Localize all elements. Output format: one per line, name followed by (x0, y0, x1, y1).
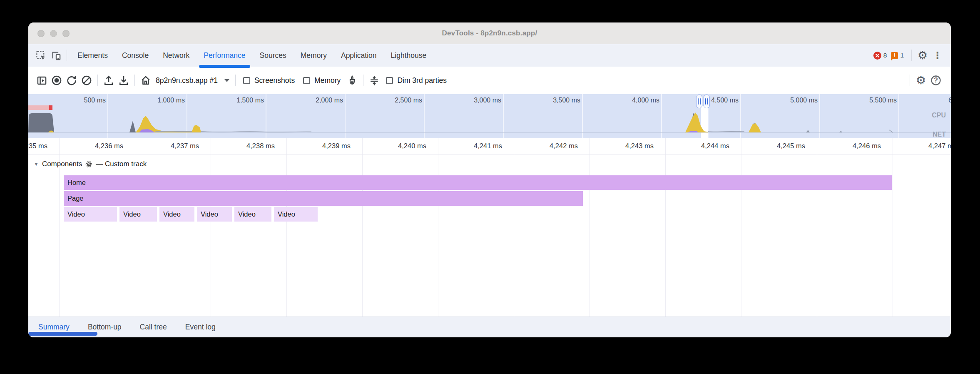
more-options-button[interactable]: ⋮ (930, 48, 945, 63)
flamechart-area[interactable]: ▼ Components — Custom track HomePageVide… (28, 155, 951, 317)
tab-console[interactable]: Console (115, 44, 156, 67)
track-header[interactable]: ▼ Components — Custom track (34, 160, 147, 168)
overview-strip[interactable]: 500 ms1,000 ms1,500 ms2,000 ms2,500 ms3,… (28, 94, 951, 138)
panel-tabs: ElementsConsoleNetworkPerformanceSources… (70, 44, 433, 67)
kebab-menu-icon: ⋮ (933, 51, 943, 60)
bottom-tab-call-tree[interactable]: Call tree (131, 323, 176, 332)
ruler-tick-label: 4,246 ms (833, 142, 900, 150)
gridline (286, 138, 287, 155)
gridline (589, 138, 590, 155)
dim-third-parties-toggle[interactable]: Dim 3rd parties (386, 76, 447, 85)
load-profile-button[interactable] (101, 73, 116, 88)
inspect-element-button[interactable] (33, 48, 48, 63)
ruler-tick-label: 4,240 ms (379, 142, 445, 150)
zoom-window-button[interactable] (62, 30, 70, 37)
flame-bar-video[interactable]: Video (234, 207, 271, 222)
gear-icon: ⚙ (916, 75, 926, 86)
main-tabbar: ElementsConsoleNetworkPerformanceSources… (28, 44, 951, 67)
tab-network[interactable]: Network (156, 44, 196, 67)
home-button[interactable] (138, 73, 153, 88)
ruler-tick-label: 4,239 ms (303, 142, 370, 150)
tab-performance[interactable]: Performance (196, 44, 252, 67)
screenshots-label: Screenshots (254, 76, 295, 85)
chevron-down-icon[interactable] (224, 79, 229, 82)
panel-left-icon (36, 75, 47, 86)
ruler-tick-label: 4,244 ms (682, 142, 749, 150)
gridline (817, 138, 817, 155)
ruler-tick-label: 4,236 ms (76, 142, 142, 150)
clear-recording-button[interactable] (79, 73, 94, 88)
gridline (438, 138, 438, 155)
record-button[interactable] (49, 73, 64, 88)
save-profile-button[interactable] (116, 73, 131, 88)
flame-bar-video[interactable]: Video (159, 207, 194, 222)
close-window-button[interactable] (37, 30, 45, 37)
tab-memory[interactable]: Memory (294, 44, 334, 67)
tab-sources[interactable]: Sources (253, 44, 294, 67)
dim-third-parties-checkbox[interactable] (386, 77, 393, 84)
settings-button[interactable]: ⚙ (915, 48, 930, 63)
svg-text:?: ? (934, 76, 938, 84)
tab-lighthouse[interactable]: Lighthouse (384, 44, 434, 67)
record-and-reload-button[interactable] (64, 73, 79, 88)
gridline (741, 138, 741, 155)
collapse-flame-button[interactable] (367, 73, 382, 88)
flame-bar-video[interactable]: Video (274, 207, 318, 222)
screenshots-toggle[interactable]: Screenshots (243, 76, 295, 85)
flame-bar-page[interactable]: Page (64, 191, 583, 206)
brush-icon (346, 75, 358, 86)
performance-toolbar: 8p2n9n.csb.app #1 Screenshots Memory (28, 67, 951, 94)
capture-settings-button[interactable]: ⚙ (913, 73, 928, 88)
memory-toggle[interactable]: Memory (303, 76, 341, 85)
cpu-activity-chart (28, 94, 951, 138)
gridline (362, 138, 363, 155)
flame-bar-video[interactable]: Video (197, 207, 232, 222)
home-icon (140, 75, 152, 86)
toggle-sidebar-button[interactable] (34, 73, 49, 88)
collapse-arrow-icon[interactable]: ▼ (34, 161, 39, 167)
divider (97, 75, 98, 86)
selection-handle-right[interactable] (704, 95, 710, 108)
collect-garbage-button[interactable] (345, 73, 360, 88)
bottom-tab-summary[interactable]: Summary (28, 323, 79, 332)
ruler-tick-label: 4,247 ms (909, 142, 951, 150)
error-count[interactable]: 8 (883, 52, 887, 59)
gridline (893, 155, 893, 317)
flame-bar-home[interactable]: Home (64, 175, 892, 190)
ruler-tick-label: 4,243 ms (606, 142, 673, 150)
minimize-window-button[interactable] (50, 30, 57, 37)
divider (134, 75, 135, 86)
tab-elements[interactable]: Elements (70, 44, 115, 67)
memory-checkbox[interactable] (303, 77, 310, 84)
ruler-tick-label: 4,241 ms (455, 142, 521, 150)
ruler-tick-label: 4,235 ms (28, 142, 67, 150)
bottom-tabbar: SummaryBottom-upCall treeEvent log (28, 317, 951, 337)
traffic-lights (37, 30, 70, 37)
error-badge-icon[interactable] (873, 52, 881, 60)
flame-bar-video[interactable]: Video (119, 207, 157, 222)
timeline-ruler[interactable]: 4,235 ms4,236 ms4,237 ms4,238 ms4,239 ms… (28, 138, 951, 155)
track-name: Components (42, 160, 82, 168)
screenshots-checkbox[interactable] (243, 77, 250, 84)
divider (235, 75, 236, 86)
devtools-window: DevTools - 8p2n9n.csb.app/ ElementsConso… (28, 22, 951, 337)
divider (363, 75, 363, 86)
ruler-tick-label: 4,238 ms (227, 142, 294, 150)
atom-icon (85, 161, 92, 168)
warning-count[interactable]: 1 (900, 52, 904, 59)
selection-handle-left[interactable] (696, 95, 702, 108)
divider (911, 50, 912, 61)
device-toolbar-icon (50, 50, 62, 61)
warning-badge-icon[interactable]: ! (891, 52, 898, 59)
target-selector[interactable]: 8p2n9n.csb.app #1 (156, 76, 218, 85)
flame-bar-video[interactable]: Video (64, 207, 117, 222)
bottom-tab-event-log[interactable]: Event log (176, 323, 225, 332)
gridline (135, 138, 135, 155)
help-button[interactable]: ? (928, 73, 943, 88)
tab-application[interactable]: Application (334, 44, 384, 67)
upload-icon (103, 75, 114, 86)
device-toolbar-button[interactable] (48, 48, 63, 63)
bottom-tab-bottom-up[interactable]: Bottom-up (79, 323, 131, 332)
titlebar: DevTools - 8p2n9n.csb.app/ (28, 22, 951, 44)
divider (67, 50, 67, 61)
